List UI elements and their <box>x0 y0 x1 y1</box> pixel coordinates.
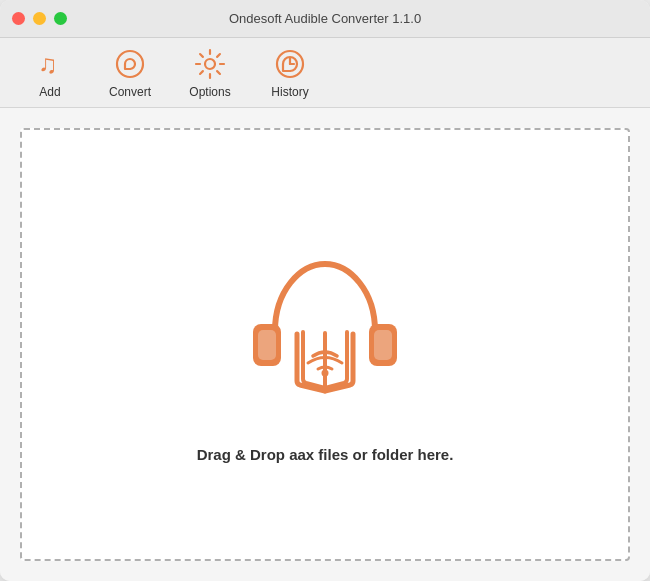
titlebar: Ondesoft Audible Converter 1.1.0 <box>0 0 650 38</box>
svg-point-2 <box>117 51 143 77</box>
svg-rect-8 <box>258 330 276 360</box>
toolbar-item-options[interactable]: Options <box>170 41 250 105</box>
window-controls <box>12 12 67 25</box>
options-label: Options <box>189 85 230 99</box>
toolbar-item-history[interactable]: History <box>250 41 330 105</box>
svg-rect-10 <box>374 330 392 360</box>
svg-point-12 <box>322 370 329 377</box>
app-window: Ondesoft Audible Converter 1.1.0 ♫ Add <box>0 0 650 581</box>
toolbar: ♫ Add Convert O <box>0 38 650 108</box>
history-label: History <box>271 85 308 99</box>
window-title: Ondesoft Audible Converter 1.1.0 <box>229 11 421 26</box>
toolbar-item-add[interactable]: ♫ Add <box>10 41 90 105</box>
history-icon <box>273 47 307 81</box>
svg-text:♫: ♫ <box>38 49 58 79</box>
convert-label: Convert <box>109 85 151 99</box>
close-button[interactable] <box>12 12 25 25</box>
maximize-button[interactable] <box>54 12 67 25</box>
toolbar-item-convert[interactable]: Convert <box>90 41 170 105</box>
svg-point-3 <box>205 59 215 69</box>
options-icon <box>193 47 227 81</box>
main-content: Drag & Drop aax files or folder here. <box>0 108 650 581</box>
drop-zone[interactable]: Drag & Drop aax files or folder here. <box>20 128 630 561</box>
convert-icon <box>113 47 147 81</box>
add-label: Add <box>39 85 60 99</box>
drop-zone-label: Drag & Drop aax files or folder here. <box>197 446 454 463</box>
minimize-button[interactable] <box>33 12 46 25</box>
audiobook-icon <box>225 226 425 426</box>
add-icon: ♫ <box>33 47 67 81</box>
